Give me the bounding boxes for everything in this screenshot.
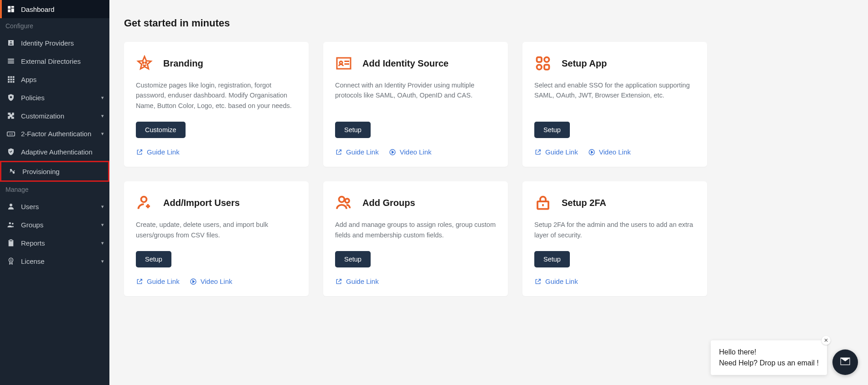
card-title: Setup App (562, 58, 607, 69)
open-in-new-icon (136, 149, 143, 156)
video-link[interactable]: Video Link (588, 148, 631, 156)
chevron-down-icon: ▾ (101, 131, 104, 137)
card-desc: Select and enable SSO for the applicatio… (534, 80, 695, 111)
card-setup-2fa: Setup 2FA Setup 2FA for the admin and th… (522, 181, 707, 296)
setup-button[interactable]: Setup (335, 122, 371, 138)
apps-icon (534, 55, 552, 72)
sidebar-item-label: Customization (21, 112, 64, 120)
svg-point-35 (141, 197, 147, 202)
chevron-down-icon: ▾ (101, 258, 104, 264)
svg-rect-32 (537, 65, 542, 70)
setup-button[interactable]: Setup (335, 251, 371, 267)
sidebar-item-external-directories[interactable]: External Directories (0, 52, 109, 70)
guide-link[interactable]: Guide Link (136, 148, 180, 156)
svg-rect-14 (10, 81, 12, 83)
svg-rect-1 (11, 6, 14, 8)
sidebar-item-dashboard[interactable]: Dashboard (0, 0, 109, 18)
play-circle-icon (389, 149, 396, 156)
svg-point-28 (340, 62, 342, 64)
sidebar-item-2fa[interactable]: 123 2-Factor Authentication ▾ (0, 125, 109, 143)
shield-check-icon (5, 148, 16, 156)
mail-icon (839, 355, 852, 370)
chevron-down-icon: ▾ (101, 95, 104, 101)
main-content: Get started in minutes Branding Customiz… (109, 0, 868, 385)
card-title: Setup 2FA (562, 198, 606, 208)
dashboard-icon (5, 5, 16, 13)
svg-rect-12 (13, 79, 15, 81)
sidebar: Dashboard Configure Identity Providers E… (0, 0, 109, 385)
svg-rect-13 (8, 81, 10, 83)
chevron-down-icon: ▾ (101, 113, 104, 119)
guide-link[interactable]: Guide Link (136, 277, 180, 285)
shield-gear-icon (5, 93, 16, 102)
card-grid: Branding Customize pages like login, reg… (124, 42, 853, 296)
sidebar-item-reports[interactable]: Reports ▾ (0, 234, 109, 252)
chat-tooltip: ✕ Hello there! Need Help? Drop us an ema… (711, 340, 827, 375)
card-setup-app: Setup App Select and enable SSO for the … (522, 42, 707, 167)
sidebar-item-label: Apps (21, 76, 36, 83)
sidebar-item-provisioning[interactable]: Provisioning (0, 161, 109, 182)
sidebar-item-policies[interactable]: Policies ▾ (0, 88, 109, 107)
puzzle-icon (5, 112, 16, 120)
svg-rect-8 (10, 76, 12, 78)
svg-point-24 (10, 259, 12, 261)
svg-rect-2 (11, 9, 14, 12)
sidebar-item-label: Users (21, 203, 39, 210)
sidebar-item-license[interactable]: License ▾ (0, 252, 109, 270)
open-in-new-icon (335, 278, 342, 285)
card-desc: Create, update, delete users, and import… (136, 220, 297, 240)
sidebar-item-label: Policies (21, 94, 45, 102)
video-link[interactable]: Video Link (389, 148, 432, 156)
sidebar-item-label: Adaptive Authentication (21, 148, 93, 156)
card-desc: Add and manage groups to assign roles, g… (335, 220, 496, 240)
id-card-icon (335, 55, 352, 72)
svg-point-21 (9, 222, 11, 225)
svg-rect-4 (8, 59, 14, 60)
svg-rect-3 (8, 10, 10, 12)
open-in-new-icon (534, 278, 542, 285)
svg-point-37 (339, 197, 345, 202)
page-title: Get started in minutes (124, 17, 853, 29)
svg-rect-33 (544, 65, 549, 70)
sidebar-item-customization[interactable]: Customization ▾ (0, 107, 109, 125)
sidebar-item-users[interactable]: Users ▾ (0, 197, 109, 216)
guide-link[interactable]: Guide Link (534, 277, 578, 285)
svg-point-20 (10, 204, 12, 206)
svg-rect-30 (537, 57, 542, 62)
guide-link[interactable]: Guide Link (335, 148, 379, 156)
lock-icon (534, 194, 552, 211)
list-icon (5, 57, 16, 65)
video-link[interactable]: Video Link (190, 277, 232, 285)
setup-button[interactable]: Setup (534, 251, 570, 267)
id-badge-icon (5, 39, 16, 47)
star-icon (136, 55, 153, 72)
setup-button[interactable]: Setup (136, 251, 171, 267)
guide-link[interactable]: Guide Link (534, 148, 578, 156)
users-icon (5, 221, 16, 229)
grid-icon (5, 75, 16, 83)
card-branding: Branding Customize pages like login, reg… (124, 42, 309, 167)
sidebar-section-configure: Configure (0, 18, 109, 34)
svg-rect-10 (8, 79, 10, 81)
sidebar-item-apps[interactable]: Apps (0, 70, 109, 88)
chevron-down-icon: ▾ (101, 222, 104, 228)
chat-line1: Hello there! (719, 347, 819, 358)
guide-link[interactable]: Guide Link (335, 277, 379, 285)
svg-point-26 (145, 62, 146, 63)
sidebar-item-label: Identity Providers (21, 39, 74, 47)
card-desc: Setup 2FA for the admin and the users to… (534, 220, 695, 240)
card-add-groups: Add Groups Add and manage groups to assi… (323, 181, 508, 296)
chat-close-button[interactable]: ✕ (822, 336, 831, 345)
sidebar-item-identity-providers[interactable]: Identity Providers (0, 34, 109, 52)
sidebar-item-label: Provisioning (22, 168, 60, 175)
sidebar-item-label: License (21, 257, 45, 265)
chat-fab-button[interactable] (832, 349, 858, 375)
customize-button[interactable]: Customize (136, 122, 186, 138)
chevron-down-icon: ▾ (101, 240, 104, 246)
setup-button[interactable]: Setup (534, 122, 570, 138)
sidebar-item-adaptive-auth[interactable]: Adaptive Authentication (0, 143, 109, 161)
sidebar-item-label: 2-Factor Authentication (21, 130, 91, 138)
open-in-new-icon (534, 149, 542, 156)
card-desc: Connect with an Identity Provider using … (335, 80, 496, 111)
sidebar-item-groups[interactable]: Groups ▾ (0, 216, 109, 234)
